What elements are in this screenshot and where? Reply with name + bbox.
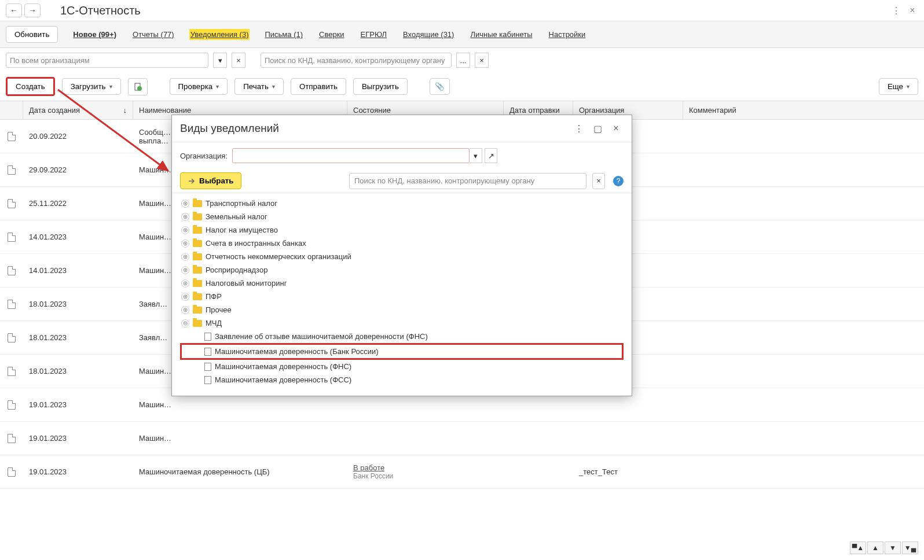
print-button[interactable]: Печать▾ — [234, 78, 284, 95]
dialog-org-open[interactable]: ↗ — [485, 148, 497, 163]
tree-folder-label: ПФР — [206, 292, 222, 301]
row-date-cell: 19.01.2023 — [23, 388, 133, 421]
refresh-button[interactable]: Обновить — [6, 26, 58, 43]
dialog-help-icon[interactable]: ? — [613, 176, 624, 186]
document-icon — [8, 199, 16, 208]
tree-folder[interactable]: Росприроднадзор — [180, 263, 624, 277]
row-date-cell: 19.01.2023 — [23, 455, 133, 488]
tree-folder[interactable]: Отчетность некоммерческих организаций — [180, 250, 624, 263]
row-sent-cell — [504, 422, 573, 455]
more-button[interactable]: Еще▾ — [879, 78, 918, 95]
dialog-maximize-icon[interactable]: ▢ — [590, 121, 605, 136]
tab-cabinets[interactable]: Личные кабинеты — [469, 29, 533, 40]
tree-document[interactable]: Заявление об отзыве машиночитаемой довер… — [180, 330, 624, 343]
tree-toggle-icon[interactable] — [181, 240, 189, 248]
dialog-kebab-icon[interactable]: ⋮ — [571, 121, 586, 136]
org-select-dropdown[interactable]: ▾ — [213, 53, 227, 68]
dialog-org-row: Организация: ▾ ↗ — [172, 142, 632, 169]
send-button[interactable]: Отправить — [291, 78, 346, 95]
tab-settings[interactable]: Настройки — [548, 29, 587, 40]
tree-toggle-icon[interactable] — [181, 200, 189, 208]
dialog-search-input[interactable]: Поиск по КНД, названию, контропирующему … — [349, 173, 586, 189]
tree-folder[interactable]: ПФР — [180, 290, 624, 303]
tab-notifications[interactable]: Уведомления (3) — [189, 29, 250, 40]
tree-folder[interactable]: Налоговый мониторинг — [180, 277, 624, 290]
dialog-org-label: Организация: — [180, 152, 228, 160]
org-select[interactable]: По всем организациям — [6, 53, 208, 68]
tree-toggle-icon[interactable] — [181, 293, 189, 301]
tree-document[interactable]: Машиночитаемая доверенность (ФСС) — [180, 373, 624, 386]
dialog-tree[interactable]: Транспортный налог Земельный налог Налог… — [172, 193, 632, 396]
tab-egrul[interactable]: ЕГРЮЛ — [360, 29, 388, 40]
attach-button[interactable]: 📎 — [430, 78, 450, 95]
tab-new[interactable]: Новое (99+) — [72, 29, 118, 40]
filter-search-input[interactable]: Поиск по КНД, названию, контролирующему … — [261, 53, 452, 68]
tab-reports[interactable]: Отчеты (77) — [131, 29, 175, 40]
status-link[interactable]: В работе — [353, 463, 384, 472]
org-select-clear[interactable]: × — [232, 53, 245, 68]
column-header-comment[interactable]: Комментарий — [683, 101, 924, 119]
document-icon — [204, 376, 211, 384]
folder-icon — [193, 200, 202, 207]
row-date-cell: 20.09.2022 — [23, 120, 133, 153]
column-header-date[interactable]: Дата создания↓ — [23, 101, 133, 119]
dialog-search-placeholder: Поиск по КНД, названию, контропирующему … — [354, 176, 534, 185]
tree-folder-label: МЧД — [206, 319, 222, 327]
tree-toggle-icon[interactable] — [181, 226, 189, 234]
load-button[interactable]: Загрузить▾ — [62, 78, 121, 95]
document-icon — [8, 367, 16, 376]
document-icon — [8, 333, 16, 342]
tree-folder[interactable]: МЧД — [180, 316, 624, 330]
row-status-cell — [347, 422, 504, 455]
document-icon — [8, 132, 16, 141]
scroll-down-button[interactable]: ▼ — [885, 541, 901, 554]
row-comment-cell — [683, 288, 924, 320]
tree-document[interactable]: Машиночитаемая доверенность (Банк России… — [180, 343, 624, 360]
select-arrow-icon — [188, 177, 196, 185]
filter-search-clear[interactable]: × — [475, 53, 489, 68]
document-icon — [8, 400, 16, 410]
close-icon[interactable]: × — [907, 5, 918, 16]
row-org-cell: _тест_Тест — [573, 455, 683, 488]
tree-toggle-icon[interactable] — [181, 266, 189, 274]
dialog-search-clear[interactable]: × — [592, 173, 605, 189]
tree-toggle-icon[interactable] — [181, 213, 189, 221]
tree-folder[interactable]: Счета в иностранных банках — [180, 237, 624, 250]
nav-forward-button[interactable]: → — [24, 3, 41, 17]
check-button[interactable]: Проверка▾ — [170, 78, 228, 95]
tree-folder-label: Росприроднадзор — [206, 266, 267, 274]
tab-reconcile[interactable]: Сверки — [318, 29, 346, 40]
tree-folder[interactable]: Прочее — [180, 303, 624, 316]
column-header-icon[interactable] — [0, 101, 23, 119]
folder-icon — [193, 307, 202, 314]
tree-document[interactable]: Машиночитаемая доверенность (ФНС) — [180, 360, 624, 373]
row-comment-cell — [683, 153, 924, 186]
tab-incoming[interactable]: Входящие (31) — [402, 29, 455, 40]
nav-back-button[interactable]: ← — [6, 3, 22, 17]
tree-toggle-icon[interactable] — [181, 279, 189, 288]
tab-letters[interactable]: Письма (1) — [263, 29, 304, 40]
create-button[interactable]: Создать — [6, 77, 55, 96]
tree-folder[interactable]: Налог на имущество — [180, 223, 624, 237]
unlock-button[interactable] — [128, 78, 148, 95]
folder-icon — [193, 253, 202, 260]
tree-toggle-icon[interactable] — [181, 306, 189, 314]
filter-search-more[interactable]: ... — [456, 53, 470, 68]
tree-folder-label: Прочее — [206, 305, 232, 314]
kebab-icon[interactable]: ⋮ — [890, 5, 902, 16]
dialog-close-icon[interactable]: × — [608, 121, 624, 136]
table-row[interactable]: 19.01.2023 Машин… — [0, 422, 924, 455]
scroll-up-button[interactable]: ▲ — [867, 541, 883, 554]
tree-toggle-icon[interactable] — [181, 253, 189, 261]
tree-folder[interactable]: Транспортный налог — [180, 197, 624, 210]
table-row[interactable]: 19.01.2023 Машиночитаемая доверенность (… — [0, 455, 924, 489]
dialog-select-button[interactable]: Выбрать — [180, 172, 241, 189]
scroll-top-button[interactable]: ▀▲ — [850, 541, 866, 554]
tree-folder[interactable]: Земельный налог — [180, 210, 624, 223]
tree-toggle-icon[interactable] — [181, 319, 189, 327]
org-select-placeholder: По всем организациям — [10, 56, 90, 65]
dialog-org-input[interactable] — [232, 148, 470, 163]
dialog-org-dropdown[interactable]: ▾ — [470, 148, 482, 163]
export-button[interactable]: Выгрузить — [353, 78, 408, 95]
scroll-bottom-button[interactable]: ▼▄ — [902, 541, 918, 554]
